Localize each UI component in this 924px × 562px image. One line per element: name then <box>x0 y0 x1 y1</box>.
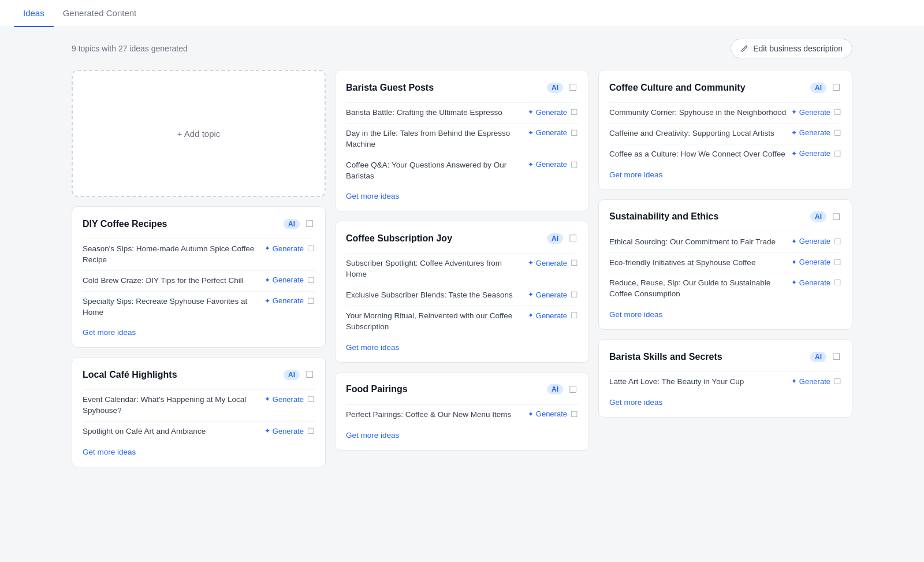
idea-text: Barista Battle: Crafting the Ultimate Es… <box>346 107 523 118</box>
card-header: Local Café Highlights AI ☐ <box>83 368 315 381</box>
idea-row: Community Corner: Spyhouse in the Neighb… <box>609 102 841 123</box>
generate-button[interactable]: ✦Generate <box>264 244 304 253</box>
idea-row: Day in the Life: Tales from Behind the E… <box>346 123 578 155</box>
get-more-ideas-link[interactable]: Get more ideas <box>609 398 662 407</box>
generate-button[interactable]: ✦Generate <box>791 128 830 137</box>
idea-text: Cold Brew Craze: DIY Tips for the Perfec… <box>83 276 260 286</box>
idea-delete-button[interactable]: ☐ <box>834 107 841 117</box>
idea-delete-button[interactable]: ☐ <box>307 296 315 306</box>
ai-badge: AI <box>284 370 300 380</box>
generate-button[interactable]: ✦Generate <box>791 258 830 266</box>
idea-delete-button[interactable]: ☐ <box>571 311 578 320</box>
idea-delete-button[interactable]: ☐ <box>307 244 315 253</box>
ai-badge: AI <box>810 211 826 222</box>
generate-button[interactable]: ✦Generate <box>791 278 830 287</box>
generate-button[interactable]: ✦Generate <box>791 108 830 117</box>
card-title: Sustainability and Ethics <box>609 211 810 222</box>
get-more-ideas-link[interactable]: Get more ideas <box>346 343 399 352</box>
ai-badge: AI <box>284 219 300 229</box>
card-barista-guest: Barista Guest Posts AI ☐ Barista Battle:… <box>335 70 589 211</box>
generate-button[interactable]: ✦Generate <box>528 311 567 320</box>
generate-button[interactable]: ✦Generate <box>264 296 304 305</box>
idea-delete-button[interactable]: ☐ <box>834 278 841 287</box>
idea-delete-button[interactable]: ☐ <box>834 128 841 137</box>
idea-delete-button[interactable]: ☐ <box>571 107 578 117</box>
generate-button[interactable]: ✦Generate <box>264 427 304 436</box>
idea-text: Subscriber Spotlight: Coffee Adventures … <box>346 258 523 280</box>
idea-delete-button[interactable]: ☐ <box>834 258 841 267</box>
tab-generated-content[interactable]: Generated Content <box>54 0 146 27</box>
mid-column: Barista Guest Posts AI ☐ Barista Battle:… <box>335 70 589 451</box>
add-topic-label: + Add topic <box>177 129 221 139</box>
idea-delete-button[interactable]: ☐ <box>307 394 315 404</box>
delete-card-button[interactable]: ☐ <box>568 232 578 245</box>
delete-card-button[interactable]: ☐ <box>831 350 841 363</box>
edit-business-description-button[interactable]: Edit business description <box>731 39 852 58</box>
idea-delete-button[interactable]: ☐ <box>571 410 578 419</box>
generate-button[interactable]: ✦Generate <box>528 108 567 117</box>
idea-text: Eco-friendly Initiatives at Spyhouse Cof… <box>609 258 787 269</box>
idea-delete-button[interactable]: ☐ <box>834 149 841 158</box>
card-header: DIY Coffee Recipes AI ☐ <box>83 217 315 230</box>
idea-text: Spotlight on Café Art and Ambiance <box>83 426 260 437</box>
card-diy-coffee: DIY Coffee Recipes AI ☐ Season's Sips: H… <box>72 206 326 348</box>
generate-button[interactable]: ✦Generate <box>791 237 830 245</box>
ai-badge: AI <box>547 233 563 244</box>
left-column: + Add topic DIY Coffee Recipes AI ☐ Seas… <box>72 70 326 467</box>
card-header: Barista Skills and Secrets AI ☐ <box>609 350 841 363</box>
idea-text: Coffee Q&A: Your Questions Answered by O… <box>346 160 523 182</box>
generate-button[interactable]: ✦Generate <box>264 395 304 404</box>
idea-delete-button[interactable]: ☐ <box>571 128 578 137</box>
idea-row: Coffee as a Culture: How We Connect Over… <box>609 144 841 165</box>
add-topic-card[interactable]: + Add topic <box>72 70 326 197</box>
idea-row: Reduce, Reuse, Sip: Our Guide to Sustain… <box>609 273 841 304</box>
top-nav: Ideas Generated Content <box>0 0 924 27</box>
ai-badge: AI <box>547 384 563 394</box>
idea-row: Spotlight on Café Art and Ambiance ✦Gene… <box>83 421 315 442</box>
generate-button[interactable]: ✦Generate <box>528 128 567 137</box>
get-more-ideas-link[interactable]: Get more ideas <box>83 328 136 337</box>
idea-row: Coffee Q&A: Your Questions Answered by O… <box>346 155 578 187</box>
idea-row: Latte Art Love: The Beauty in Your Cup ✦… <box>609 371 841 392</box>
idea-row: Specialty Sips: Recreate Spyhouse Favori… <box>83 291 315 323</box>
delete-card-button[interactable]: ☐ <box>568 383 578 396</box>
idea-row: Exclusive Subscriber Blends: Taste the S… <box>346 285 578 306</box>
idea-delete-button[interactable]: ☐ <box>571 160 578 169</box>
generate-button[interactable]: ✦Generate <box>528 160 567 169</box>
get-more-ideas-link[interactable]: Get more ideas <box>346 431 399 440</box>
idea-delete-button[interactable]: ☐ <box>571 290 578 299</box>
generate-button[interactable]: ✦Generate <box>528 410 567 418</box>
idea-row: Your Morning Ritual, Reinvented with our… <box>346 306 578 337</box>
generate-button[interactable]: ✦Generate <box>528 259 567 267</box>
card-title: Local Café Highlights <box>83 370 284 380</box>
tab-ideas[interactable]: Ideas <box>14 0 54 27</box>
idea-delete-button[interactable]: ☐ <box>307 426 315 436</box>
pencil-icon <box>740 44 748 53</box>
get-more-ideas-link[interactable]: Get more ideas <box>346 192 399 200</box>
idea-delete-button[interactable]: ☐ <box>307 276 315 285</box>
ai-badge: AI <box>547 83 563 93</box>
idea-delete-button[interactable]: ☐ <box>834 377 841 386</box>
idea-delete-button[interactable]: ☐ <box>571 258 578 267</box>
generate-button[interactable]: ✦Generate <box>264 276 304 284</box>
card-header: Coffee Subscription Joy AI ☐ <box>346 232 578 245</box>
delete-card-button[interactable]: ☐ <box>831 81 841 94</box>
idea-row: Perfect Pairings: Coffee & Our New Menu … <box>346 404 578 425</box>
delete-card-button[interactable]: ☐ <box>304 368 315 381</box>
idea-text: Season's Sips: Home-made Autumn Spice Co… <box>83 244 260 266</box>
card-title: Coffee Subscription Joy <box>346 233 547 244</box>
delete-card-button[interactable]: ☐ <box>304 217 315 230</box>
generate-button[interactable]: ✦Generate <box>528 291 567 299</box>
ai-badge: AI <box>810 352 826 362</box>
idea-text: Caffeine and Creativity: Supporting Loca… <box>609 128 787 139</box>
generate-button[interactable]: ✦Generate <box>791 149 830 158</box>
generate-button[interactable]: ✦Generate <box>791 377 830 386</box>
delete-card-button[interactable]: ☐ <box>831 210 841 224</box>
idea-delete-button[interactable]: ☐ <box>834 237 841 246</box>
get-more-ideas-link[interactable]: Get more ideas <box>83 448 136 456</box>
get-more-ideas-link[interactable]: Get more ideas <box>609 170 662 179</box>
get-more-ideas-link[interactable]: Get more ideas <box>609 310 662 319</box>
delete-card-button[interactable]: ☐ <box>568 81 578 94</box>
card-coffee-culture: Coffee Culture and Community AI ☐ Commun… <box>598 70 852 190</box>
idea-text: Specialty Sips: Recreate Spyhouse Favori… <box>83 296 260 318</box>
